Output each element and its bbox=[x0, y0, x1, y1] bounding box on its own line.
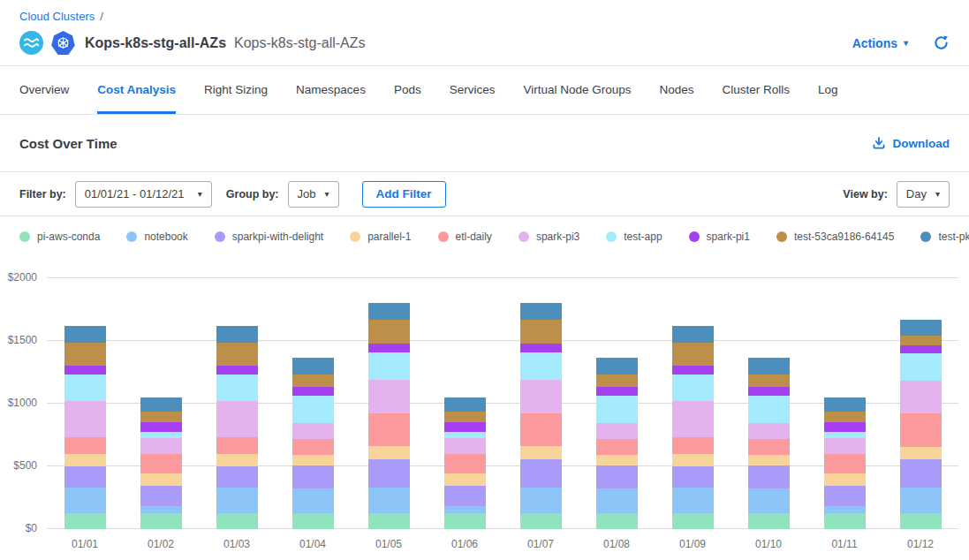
stacked-bar-01-09[interactable] bbox=[672, 278, 714, 529]
bar-segment-01-07-etl-daily[interactable] bbox=[520, 413, 562, 446]
bar-segment-01-05-notebook[interactable] bbox=[368, 488, 410, 513]
bar-segment-01-05-test-app[interactable] bbox=[368, 352, 410, 380]
bar-segment-01-04-notebook[interactable] bbox=[292, 488, 334, 513]
bar-segment-01-06-notebook[interactable] bbox=[444, 506, 486, 512]
bar-segment-01-01-parallel-1[interactable] bbox=[64, 454, 106, 466]
bar-segment-01-08-test-pkix[interactable] bbox=[596, 358, 638, 375]
legend-item-parallel-1[interactable]: parallel-1 bbox=[350, 231, 411, 243]
stacked-bar-01-07[interactable] bbox=[520, 278, 562, 529]
bar-segment-01-10-test-53ca9186-64145[interactable] bbox=[748, 375, 790, 387]
tab-pods[interactable]: Pods bbox=[394, 66, 421, 114]
actions-button[interactable]: Actions ▾ bbox=[852, 36, 908, 50]
bar-segment-01-12-test-app[interactable] bbox=[900, 353, 942, 381]
stacked-bar-01-04[interactable] bbox=[292, 278, 334, 529]
bar-segment-01-02-spark-pi3[interactable] bbox=[140, 438, 182, 454]
bar-segment-01-04-sparkpi-with-delight[interactable] bbox=[292, 465, 334, 488]
bar-segment-01-03-pi-aws-conda[interactable] bbox=[216, 513, 258, 529]
bar-segment-01-08-spark-pi3[interactable] bbox=[596, 423, 638, 439]
bar-segment-01-11-test-pkix[interactable] bbox=[824, 397, 866, 412]
bar-segment-01-04-spark-pi3[interactable] bbox=[292, 423, 334, 439]
bar-segment-01-02-spark-pi1[interactable] bbox=[140, 422, 182, 432]
bar-segment-01-05-spark-pi3[interactable] bbox=[368, 380, 410, 413]
stacked-bar-01-03[interactable] bbox=[216, 278, 258, 529]
group-by-dropdown[interactable]: Job ▾ bbox=[288, 181, 339, 208]
bar-segment-01-05-spark-pi1[interactable] bbox=[368, 344, 410, 352]
legend-item-etl-daily[interactable]: etl-daily bbox=[438, 231, 492, 243]
tab-nodes[interactable]: Nodes bbox=[660, 66, 694, 114]
bar-segment-01-03-sparkpi-with-delight[interactable] bbox=[216, 466, 258, 488]
bar-segment-01-05-parallel-1[interactable] bbox=[368, 446, 410, 460]
tab-virtual-node-groups[interactable]: Virtual Node Groups bbox=[523, 66, 631, 114]
bar-segment-01-09-parallel-1[interactable] bbox=[672, 454, 714, 466]
bar-segment-01-12-pi-aws-conda[interactable] bbox=[900, 513, 942, 529]
bar-segment-01-05-test-53ca9186-64145[interactable] bbox=[368, 320, 410, 344]
view-by-dropdown[interactable]: Day ▾ bbox=[897, 181, 950, 208]
bar-segment-01-03-test-app[interactable] bbox=[216, 375, 258, 401]
legend-item-test-53ca9186-64145[interactable]: test-53ca9186-64145 bbox=[776, 231, 894, 243]
tab-overview[interactable]: Overview bbox=[19, 66, 69, 114]
bar-segment-01-06-test-app[interactable] bbox=[444, 432, 486, 438]
bar-segment-01-10-etl-daily[interactable] bbox=[748, 439, 790, 455]
bar-segment-01-03-notebook[interactable] bbox=[216, 488, 258, 512]
legend-item-spark-pi3[interactable]: spark-pi3 bbox=[519, 231, 579, 243]
bar-segment-01-01-spark-pi1[interactable] bbox=[64, 366, 106, 375]
bar-segment-01-04-spark-pi1[interactable] bbox=[292, 387, 334, 396]
bar-segment-01-07-test-app[interactable] bbox=[520, 352, 562, 380]
bar-segment-01-10-notebook[interactable] bbox=[748, 488, 790, 513]
bar-segment-01-09-notebook[interactable] bbox=[672, 488, 714, 512]
bar-segment-01-06-spark-pi1[interactable] bbox=[444, 422, 486, 432]
bar-segment-01-10-test-pkix[interactable] bbox=[748, 358, 790, 375]
stacked-bar-01-11[interactable] bbox=[824, 278, 866, 529]
tab-cluster-rolls[interactable]: Cluster Rolls bbox=[723, 66, 791, 114]
bar-segment-01-02-test-pkix[interactable] bbox=[140, 397, 182, 412]
bar-segment-01-03-test-pkix[interactable] bbox=[216, 326, 258, 342]
bar-segment-01-05-etl-daily[interactable] bbox=[368, 413, 410, 446]
bar-segment-01-01-test-app[interactable] bbox=[64, 375, 106, 401]
legend-item-sparkpi-with-delight[interactable]: sparkpi-with-delight bbox=[215, 231, 323, 243]
bar-segment-01-06-test-53ca9186-64145[interactable] bbox=[444, 412, 486, 423]
bar-segment-01-11-sparkpi-with-delight[interactable] bbox=[824, 486, 866, 506]
date-range-dropdown[interactable]: 01/01/21 - 01/12/21 ▾ bbox=[75, 181, 212, 208]
bar-segment-01-10-parallel-1[interactable] bbox=[748, 455, 790, 465]
bar-segment-01-08-parallel-1[interactable] bbox=[596, 455, 638, 465]
bar-segment-01-01-etl-daily[interactable] bbox=[64, 437, 106, 454]
stacked-bar-01-08[interactable] bbox=[596, 278, 638, 529]
bar-segment-01-08-sparkpi-with-delight[interactable] bbox=[596, 465, 638, 488]
bar-segment-01-12-parallel-1[interactable] bbox=[900, 447, 942, 459]
bar-segment-01-03-test-53ca9186-64145[interactable] bbox=[216, 343, 258, 367]
bar-segment-01-08-test-app[interactable] bbox=[596, 396, 638, 423]
bar-segment-01-02-parallel-1[interactable] bbox=[140, 473, 182, 486]
bar-segment-01-06-etl-daily[interactable] bbox=[444, 454, 486, 473]
bar-segment-01-07-sparkpi-with-delight[interactable] bbox=[520, 459, 562, 488]
add-filter-button[interactable]: Add Filter bbox=[362, 181, 446, 208]
bar-segment-01-11-etl-daily[interactable] bbox=[824, 454, 866, 473]
bar-segment-01-09-spark-pi1[interactable] bbox=[672, 366, 714, 375]
bar-segment-01-04-test-app[interactable] bbox=[292, 396, 334, 423]
stacked-bar-01-01[interactable] bbox=[64, 278, 106, 529]
stacked-bar-01-05[interactable] bbox=[368, 278, 410, 529]
bar-segment-01-12-notebook[interactable] bbox=[900, 488, 942, 512]
bar-segment-01-06-parallel-1[interactable] bbox=[444, 473, 486, 486]
bar-segment-01-06-pi-aws-conda[interactable] bbox=[444, 513, 486, 529]
bar-segment-01-09-test-app[interactable] bbox=[672, 375, 714, 401]
bar-segment-01-06-spark-pi3[interactable] bbox=[444, 438, 486, 454]
bar-segment-01-11-pi-aws-conda[interactable] bbox=[824, 513, 866, 529]
bar-segment-01-04-test-53ca9186-64145[interactable] bbox=[292, 375, 334, 387]
stacked-bar-01-12[interactable] bbox=[900, 278, 942, 529]
bar-segment-01-02-notebook[interactable] bbox=[140, 506, 182, 512]
bar-segment-01-07-spark-pi3[interactable] bbox=[520, 380, 562, 413]
bar-segment-01-09-spark-pi3[interactable] bbox=[672, 401, 714, 436]
bar-segment-01-11-spark-pi1[interactable] bbox=[824, 422, 866, 432]
bar-segment-01-01-sparkpi-with-delight[interactable] bbox=[64, 466, 106, 488]
bar-segment-01-11-parallel-1[interactable] bbox=[824, 473, 866, 486]
bar-segment-01-09-test-53ca9186-64145[interactable] bbox=[672, 343, 714, 367]
bar-segment-01-01-pi-aws-conda[interactable] bbox=[64, 513, 106, 529]
bar-segment-01-12-test-pkix[interactable] bbox=[900, 320, 942, 336]
stacked-bar-01-06[interactable] bbox=[444, 278, 486, 529]
bar-segment-01-01-test-pkix[interactable] bbox=[64, 326, 106, 342]
bar-segment-01-10-test-app[interactable] bbox=[748, 396, 790, 423]
bar-segment-01-10-spark-pi1[interactable] bbox=[748, 387, 790, 396]
legend-item-test-pkix[interactable]: test-pkix bbox=[920, 231, 969, 243]
bar-segment-01-08-test-53ca9186-64145[interactable] bbox=[596, 375, 638, 387]
bar-segment-01-07-notebook[interactable] bbox=[520, 488, 562, 513]
